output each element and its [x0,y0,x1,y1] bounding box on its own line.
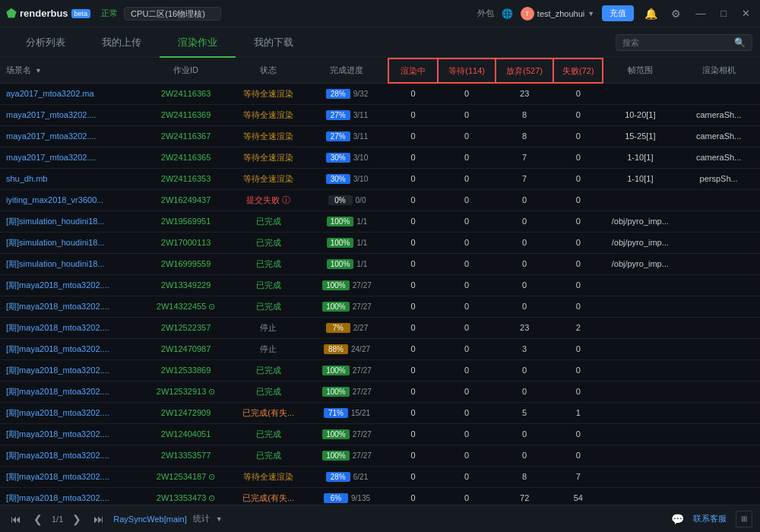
cell-status: 等待全速渲染 [231,83,306,104]
cell-frame: /obj/pyro_imp... [603,253,677,274]
cell-frame: 1-10[1] [603,147,677,168]
cell-abandoned: 23 [496,83,553,104]
contact-support[interactable]: 联系客服 [693,513,727,524]
cell-status: 已完成 [231,423,306,445]
cell-rendering: 0 [388,274,438,296]
status-label: 正常 [101,8,118,19]
cell-failed: 0 [553,274,603,296]
tab-render[interactable]: 渲染作业 [160,27,236,58]
table-row[interactable]: [期]simulation_houdini18... 2W16999559 已完… [0,253,760,274]
cell-scene: [期]maya2018_mtoa3202.... [0,487,141,505]
cell-camera [677,381,760,402]
cell-rendering: 0 [388,296,438,317]
th-abandoned: 放弃(527) [496,59,553,83]
cell-scene: [期]maya2018_mtoa3202.... [0,338,141,359]
stats-label[interactable]: 统计 [193,513,210,524]
cell-scene: aya2017_mtoa3202.ma [0,83,141,104]
table-row[interactable]: [期]maya2018_mtoa3202.... 2W12534187 ⊙ 等待… [0,466,760,487]
cell-failed: 0 [553,211,603,232]
cell-failed: 0 [553,338,603,359]
cell-rendering: 0 [388,487,438,505]
cell-camera [677,232,760,253]
table-row[interactable]: aya2017_mtoa3202.ma 2W24116363 等待全速渲染 28… [0,83,760,104]
th-waiting: 等待(114) [438,59,496,83]
cell-rendering: 0 [388,317,438,338]
settings-icon[interactable]: ⚙ [668,6,684,21]
tab-analysis[interactable]: 分析列表 [8,27,84,58]
cell-frame [603,317,677,338]
cell-failed: 0 [553,147,603,168]
cell-abandoned: 8 [496,466,553,487]
cell-waiting: 0 [438,445,496,466]
cpu-selector[interactable]: CPU二区(16物理核) [124,7,221,21]
cell-progress: 0% 0/0 [306,189,388,211]
cell-camera [677,445,760,466]
qr-icon[interactable]: ⊞ [736,511,752,527]
cell-progress: 100% 27/27 [306,423,388,445]
table-row[interactable]: maya2017_mtoa3202.... 2W24116367 等待全速渲染 … [0,125,760,147]
cell-abandoned: 0 [496,253,553,274]
cell-status: 已完成 [231,359,306,381]
table-row[interactable]: iyiting_max2018_vr3600... 2W16249437 提交失… [0,189,760,211]
tab-upload[interactable]: 我的上传 [84,27,160,58]
cell-camera [677,487,760,505]
cell-camera [677,296,760,317]
cell-job: 2W14322455 ⊙ [141,296,232,317]
table-row[interactable]: [期]maya2018_mtoa3202.... 2W13353577 已完成 … [0,445,760,466]
tab-download[interactable]: 我的下载 [236,27,312,58]
table-row[interactable]: [期]simulation_houdini18... 2W19569951 已完… [0,211,760,232]
cell-waiting: 0 [438,211,496,232]
table-row[interactable]: shu_dh.mb 2W24116353 等待全速渲染 30% 3/10 0 0… [0,168,760,189]
cell-frame [603,296,677,317]
table-row[interactable]: [期]maya2018_mtoa3202.... 2W12470987 停止 8… [0,338,760,359]
first-page-button[interactable]: ⏮ [8,511,24,527]
last-page-button[interactable]: ⏭ [90,511,107,527]
cell-progress: 28% 6/21 [306,466,388,487]
cell-abandoned: 3 [496,338,553,359]
th-frame: 帧范围 [603,59,677,83]
minimize-button[interactable]: — [692,6,709,21]
table-row[interactable]: [期]maya2018_mtoa3202.... 2W13349229 已完成 … [0,274,760,296]
table-row[interactable]: maya2017_mtoa3202.... 2W24116369 等待全速渲染 … [0,104,760,125]
cell-job: 2W24116353 [141,168,232,189]
app-info[interactable]: RaySyncWeb[main] [113,515,186,524]
charge-button[interactable]: 充值 [602,5,634,21]
user-info[interactable]: T test_zhouhui ▼ [521,7,594,21]
table-row[interactable]: [期]maya2018_mtoa3202.... 2W14322455 ⊙ 已完… [0,296,760,317]
table-header-row: 场景名 ▼ 作业ID 状态 完成进度 渲染中 等待(114) 放弃(527) 失… [0,59,760,83]
notification-icon[interactable]: 🔔 [641,6,660,21]
next-page-button[interactable]: ❯ [69,511,84,527]
table-row[interactable]: maya2017_mtoa3202.... 2W24116365 等待全速渲染 … [0,147,760,168]
cell-failed: 0 [553,83,603,104]
cell-waiting: 0 [438,381,496,402]
cell-abandoned: 0 [496,423,553,445]
maximize-button[interactable]: □ [717,6,730,21]
cell-scene: [期]maya2018_mtoa3202.... [0,402,141,423]
cell-rendering: 0 [388,402,438,423]
cell-job: 2W12534187 ⊙ [141,466,232,487]
close-button[interactable]: ✕ [738,6,754,21]
cell-abandoned: 0 [496,296,553,317]
cell-frame: /obj/pyro_imp... [603,232,677,253]
cell-status: 等待全速渲染 [231,125,306,147]
table-row[interactable]: [期]maya2018_mtoa3202.... 2W12404051 已完成 … [0,423,760,445]
th-scene[interactable]: 场景名 ▼ [0,59,141,83]
table-row[interactable]: [期]maya2018_mtoa3202.... 2W12533869 已完成 … [0,359,760,381]
cell-waiting: 0 [438,359,496,381]
cell-status: 已完成(有失... [231,487,306,505]
cell-camera [677,211,760,232]
table-row[interactable]: [期]simulation_houdini18... 2W17000113 已完… [0,232,760,253]
table-row[interactable]: [期]maya2018_mtoa3202.... 2W13353473 ⊙ 已完… [0,487,760,505]
table-row[interactable]: [期]maya2018_mtoa3202.... 2W12532913 ⊙ 已完… [0,381,760,402]
cell-camera [677,423,760,445]
cell-camera [677,253,760,274]
cell-waiting: 0 [438,104,496,125]
cell-status: 停止 [231,338,306,359]
cell-waiting: 0 [438,83,496,104]
search-input[interactable] [622,38,730,47]
cell-scene: [期]maya2018_mtoa3202.... [0,359,141,381]
table-row[interactable]: [期]maya2018_mtoa3202.... 2W12522357 停止 7… [0,317,760,338]
cell-failed: 0 [553,359,603,381]
table-row[interactable]: [期]maya2018_mtoa3202.... 2W12472909 已完成(… [0,402,760,423]
prev-page-button[interactable]: ❮ [30,511,46,527]
